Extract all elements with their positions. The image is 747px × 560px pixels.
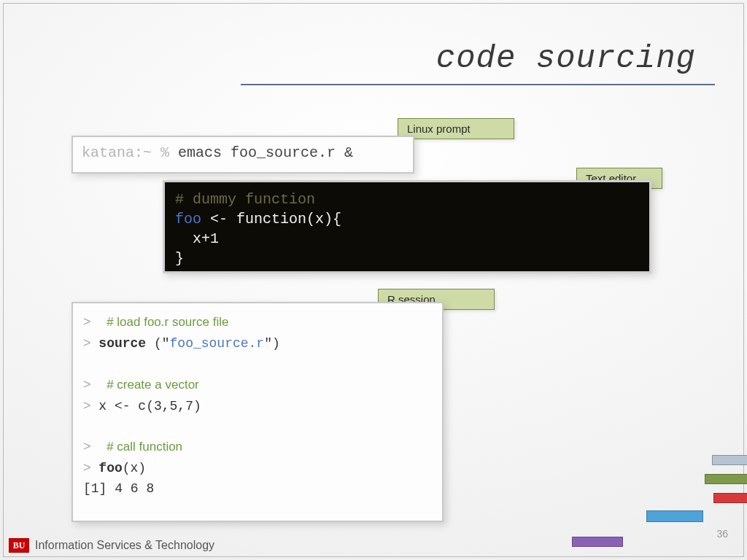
- editor-fn-decl: <- function(x){: [201, 211, 341, 228]
- r-output: [1] 4 6 8: [83, 481, 154, 496]
- title-underline: [241, 84, 715, 85]
- r-source-close: "): [264, 336, 280, 351]
- footer: BU Information Services & Technology: [9, 538, 214, 553]
- footer-text: Information Services & Technology: [35, 539, 214, 552]
- r-prompt: >: [83, 439, 91, 454]
- editor-comment: # dummy function: [175, 191, 315, 208]
- label-linux-prompt: Linux prompt: [398, 118, 514, 139]
- page-number: 36: [716, 528, 728, 540]
- shell-prompt: katana:~ %: [82, 144, 178, 161]
- r-prompt: >: [83, 377, 91, 392]
- r-call-fn: foo: [98, 461, 122, 475]
- r-assign: x <- c(3,5,7): [98, 399, 201, 413]
- deco-bar-3: [713, 493, 747, 503]
- r-prompt: >: [83, 398, 91, 413]
- r-prompt: >: [83, 335, 91, 350]
- r-source-open: (": [146, 336, 169, 351]
- linux-prompt-panel: katana:~ % emacs foo_source.r &: [71, 136, 414, 174]
- editor-body: x+1: [175, 230, 219, 247]
- r-prompt: >: [83, 314, 91, 329]
- deco-bar-1: [712, 455, 747, 465]
- r-comment-2: # create a vector: [107, 378, 199, 392]
- shell-command: emacs foo_source.r &: [178, 144, 353, 161]
- text-editor-panel: # dummy function foo <- function(x){ x+1…: [163, 180, 651, 273]
- editor-fname: foo: [175, 211, 201, 228]
- r-comment-1: # load foo.r source file: [107, 315, 228, 329]
- r-session-panel: > # load foo.r source file > source ("fo…: [71, 302, 444, 522]
- deco-bar-5: [572, 537, 623, 547]
- r-call-args: (x): [123, 461, 146, 475]
- r-source-file: foo_source.r: [170, 336, 265, 351]
- slide-title: code sourcing: [436, 40, 696, 77]
- deco-bar-2: [705, 474, 747, 484]
- editor-close: }: [175, 250, 184, 267]
- r-comment-3: # call function: [107, 440, 182, 454]
- r-source-kw: source: [98, 336, 146, 351]
- deco-bar-4: [646, 510, 703, 522]
- r-prompt: >: [83, 460, 91, 475]
- bu-logo: BU: [9, 538, 29, 553]
